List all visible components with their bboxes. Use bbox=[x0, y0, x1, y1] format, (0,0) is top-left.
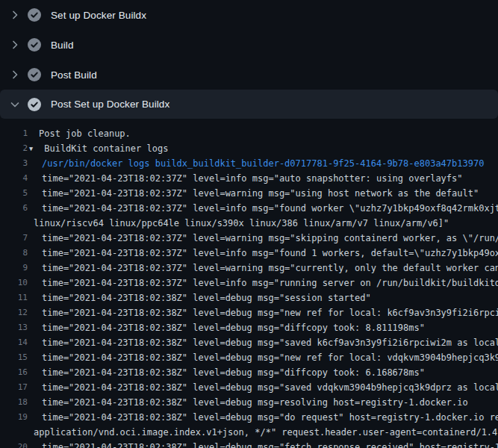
check-circle-icon bbox=[28, 38, 41, 52]
log-line: 12time="2021-04-23T18:02:38Z" level=debu… bbox=[0, 305, 498, 320]
log-line: 1Post job cleanup. bbox=[0, 126, 498, 141]
log-line: 10time="2021-04-23T18:02:37Z" level=info… bbox=[0, 276, 498, 290]
log-line-text: ▼ BuildKit container logs bbox=[28, 141, 498, 156]
log-line-text: time="2021-04-23T18:02:38Z" level=debug … bbox=[28, 350, 498, 365]
log-line-number[interactable]: 1 bbox=[0, 126, 28, 141]
check-circle-icon bbox=[28, 8, 41, 22]
log-line-number[interactable]: 3 bbox=[0, 156, 28, 171]
log-line-number[interactable]: 4 bbox=[0, 171, 28, 186]
log-line-number[interactable]: 15 bbox=[0, 350, 28, 365]
log-line: 11time="2021-04-23T18:02:38Z" level=debu… bbox=[0, 290, 498, 305]
chevron-right-icon[interactable] bbox=[9, 9, 21, 21]
check-circle-icon bbox=[28, 98, 41, 111]
log-line-text: time="2021-04-23T18:02:37Z" level=warnin… bbox=[28, 261, 498, 276]
actions-log-viewer: Set up Docker BuildxBuildPost BuildPost … bbox=[0, 0, 498, 448]
log-line-continuation: linux/riscv64 linux/ppc64le linux/s390x … bbox=[0, 216, 498, 231]
log-line: 18time="2021-04-23T18:02:38Z" level=debu… bbox=[0, 395, 498, 410]
log-line-text: time="2021-04-23T18:02:38Z" level=debug … bbox=[28, 365, 498, 380]
log-line-number[interactable]: 8 bbox=[0, 246, 28, 261]
step-header-build[interactable]: Build bbox=[0, 30, 498, 60]
log-line-number[interactable]: 2 bbox=[0, 141, 28, 156]
log-line-number bbox=[0, 425, 28, 440]
log-line-number bbox=[0, 216, 28, 231]
log-line-continuation: application/vnd.oci.image.index.v1+json,… bbox=[0, 425, 498, 440]
log-line-number[interactable]: 13 bbox=[0, 320, 28, 335]
step-title: Post Set up Docker Buildx bbox=[51, 99, 169, 110]
chevron-right-icon[interactable] bbox=[9, 69, 21, 81]
log-line-text: time="2021-04-23T18:02:38Z" level=debug … bbox=[28, 305, 498, 320]
log-line: 2▼ BuildKit container logs bbox=[0, 141, 498, 156]
log-line-number[interactable]: 5 bbox=[0, 186, 28, 201]
log-line-text: time="2021-04-23T18:02:37Z" level=warnin… bbox=[28, 231, 498, 246]
check-circle-icon bbox=[28, 68, 41, 81]
step-header-post-set-up-docker-buildx[interactable]: Post Set up Docker Buildx bbox=[0, 90, 498, 119]
log-line-text: time="2021-04-23T18:02:38Z" level=debug … bbox=[28, 290, 498, 305]
log-line-text: time="2021-04-23T18:02:38Z" level=debug … bbox=[28, 320, 498, 335]
log-line: 13time="2021-04-23T18:02:38Z" level=debu… bbox=[0, 320, 498, 335]
log-line-number[interactable]: 20 bbox=[0, 440, 28, 448]
log-line: 4time="2021-04-23T18:02:37Z" level=info … bbox=[0, 171, 498, 186]
step-header-set-up-docker-buildx[interactable]: Set up Docker Buildx bbox=[0, 0, 498, 30]
log-line: 8time="2021-04-23T18:02:37Z" level=info … bbox=[0, 246, 498, 261]
log-line-text: Post job cleanup. bbox=[28, 126, 498, 141]
log-line-number[interactable]: 19 bbox=[0, 410, 28, 425]
log-line: 3/usr/bin/docker logs buildx_buildkit_bu… bbox=[0, 156, 498, 171]
step-title: Set up Docker Buildx bbox=[51, 10, 146, 21]
log-line: 6time="2021-04-23T18:02:37Z" level=info … bbox=[0, 201, 498, 216]
step-list: Set up Docker BuildxBuildPost BuildPost … bbox=[0, 0, 498, 119]
log-line-text: time="2021-04-23T18:02:37Z" level=info m… bbox=[28, 171, 498, 186]
log-line-number[interactable]: 14 bbox=[0, 335, 28, 350]
log-line-number[interactable]: 16 bbox=[0, 365, 28, 380]
log-line-number[interactable]: 6 bbox=[0, 201, 28, 216]
log-line-text: time="2021-04-23T18:02:38Z" level=debug … bbox=[28, 380, 498, 395]
log-output: 1Post job cleanup.2▼ BuildKit container … bbox=[0, 119, 498, 448]
log-line-text: time="2021-04-23T18:02:37Z" level=info m… bbox=[28, 246, 498, 261]
log-line-number[interactable]: 11 bbox=[0, 290, 28, 305]
log-line-number[interactable]: 10 bbox=[0, 276, 28, 290]
log-line: 9time="2021-04-23T18:02:37Z" level=warni… bbox=[0, 261, 498, 276]
log-line-number[interactable]: 9 bbox=[0, 261, 28, 276]
log-line-text: time="2021-04-23T18:02:37Z" level=info m… bbox=[28, 276, 498, 290]
log-line-number[interactable]: 12 bbox=[0, 305, 28, 320]
log-line-text: time="2021-04-23T18:02:38Z" level=debug … bbox=[28, 410, 498, 425]
log-line-text: time="2021-04-23T18:02:38Z" level=debug … bbox=[28, 395, 498, 410]
log-line: 19time="2021-04-23T18:02:38Z" level=debu… bbox=[0, 410, 498, 425]
chevron-down-icon[interactable] bbox=[9, 99, 21, 111]
log-line: 14time="2021-04-23T18:02:38Z" level=debu… bbox=[0, 335, 498, 350]
log-line: 16time="2021-04-23T18:02:38Z" level=debu… bbox=[0, 365, 498, 380]
step-title: Build bbox=[51, 40, 74, 51]
group-collapse-toggle-icon[interactable]: ▼ bbox=[29, 141, 39, 156]
log-line-text: time="2021-04-23T18:02:37Z" level=info m… bbox=[28, 201, 498, 216]
log-line-text: time="2021-04-23T18:02:37Z" level=warnin… bbox=[28, 186, 498, 201]
log-line-text: time="2021-04-23T18:02:38Z" level=debug … bbox=[28, 335, 498, 350]
log-line: 5time="2021-04-23T18:02:37Z" level=warni… bbox=[0, 186, 498, 201]
log-command-text: /usr/bin/docker logs buildx_buildkit_bui… bbox=[28, 156, 498, 171]
step-header-post-build[interactable]: Post Build bbox=[0, 60, 498, 90]
log-line-text: application/vnd.oci.image.index.v1+json,… bbox=[28, 425, 498, 440]
log-line: 15time="2021-04-23T18:02:38Z" level=debu… bbox=[0, 350, 498, 365]
log-line-text: linux/riscv64 linux/ppc64le linux/s390x … bbox=[28, 216, 498, 231]
log-line: 20time="2021-04-23T18:02:38Z" level=debu… bbox=[0, 440, 498, 448]
step-title: Post Build bbox=[51, 69, 97, 81]
chevron-right-icon[interactable] bbox=[9, 39, 21, 51]
log-line-text: time="2021-04-23T18:02:38Z" level=debug … bbox=[28, 440, 498, 448]
log-line-number[interactable]: 17 bbox=[0, 380, 28, 395]
log-line: 17time="2021-04-23T18:02:38Z" level=debu… bbox=[0, 380, 498, 395]
log-line-number[interactable]: 18 bbox=[0, 395, 28, 410]
log-line: 7time="2021-04-23T18:02:37Z" level=warni… bbox=[0, 231, 498, 246]
log-line-number[interactable]: 7 bbox=[0, 231, 28, 246]
